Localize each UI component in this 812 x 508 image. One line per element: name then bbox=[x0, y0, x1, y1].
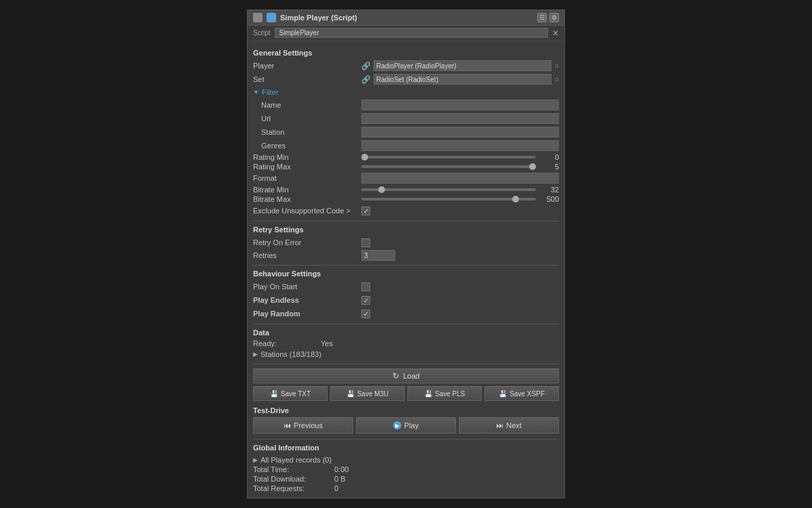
save-buttons-row: 💾 Save TXT 💾 Save M3U 💾 Save PLS 💾 Save … bbox=[253, 386, 559, 401]
filter-header[interactable]: ▼ Filter bbox=[253, 88, 559, 96]
bitrate-min-row: Bitrate Min 32 bbox=[253, 186, 559, 194]
next-icon: ⏭ bbox=[496, 421, 503, 429]
total-time-label: Total Time: bbox=[253, 465, 334, 473]
title-bar-left: Simple Player (Script) bbox=[253, 13, 357, 22]
total-requests-label: Total Requests: bbox=[253, 484, 334, 492]
play-button[interactable]: ▶ Play bbox=[356, 417, 456, 433]
divider-4 bbox=[253, 364, 559, 364]
player-link-icon: 🔗 bbox=[361, 62, 371, 70]
station-input[interactable] bbox=[361, 127, 559, 137]
total-time-value: 0:00 bbox=[334, 465, 348, 473]
content-area: General Settings Player 🔗 RadioPlayer (R… bbox=[248, 41, 564, 498]
bitrate-max-label: Bitrate Max bbox=[253, 195, 361, 203]
ready-label: Ready: bbox=[253, 339, 321, 347]
bitrate-min-label: Bitrate Min bbox=[253, 186, 361, 194]
title-bar: Simple Player (Script) ☰ ⚙ bbox=[248, 10, 564, 26]
load-button[interactable]: ↻ Load bbox=[253, 368, 559, 383]
url-row: Url bbox=[253, 112, 559, 125]
player-input[interactable]: RadioPlayer (RadioPlayer) bbox=[374, 60, 551, 71]
play-endless-label: Play Endless bbox=[253, 296, 361, 304]
rating-min-slider[interactable] bbox=[361, 156, 536, 158]
previous-label: Previous bbox=[294, 421, 323, 429]
retry-on-error-checkbox[interactable] bbox=[361, 238, 370, 247]
next-button[interactable]: ⏭ Next bbox=[459, 417, 559, 433]
set-input[interactable]: RadioSet (RadioSet) bbox=[374, 74, 551, 85]
bitrate-max-slider[interactable] bbox=[361, 198, 536, 200]
menu-button[interactable]: ☰ bbox=[537, 13, 547, 22]
rating-min-slider-container: 0 bbox=[361, 153, 559, 161]
format-row: Format bbox=[253, 172, 559, 184]
all-played-row[interactable]: ▶ All Played records (0) bbox=[253, 454, 559, 465]
previous-icon: ⏮ bbox=[284, 421, 291, 429]
filter-triangle-icon: ▼ bbox=[253, 89, 259, 96]
exclude-label: Exclude Unsupported Code > bbox=[253, 207, 361, 215]
total-download-row: Total Download: 0 B bbox=[253, 475, 559, 483]
save-txt-button[interactable]: 💾 Save TXT bbox=[253, 386, 328, 401]
save-m3u-button[interactable]: 💾 Save M3U bbox=[330, 386, 405, 401]
rating-min-label: Rating Min bbox=[253, 153, 361, 161]
genres-label: Genres bbox=[253, 142, 361, 150]
save-pls-label: Save PLS bbox=[435, 390, 465, 398]
set-link-icon: 🔗 bbox=[361, 75, 371, 84]
save-pls-button[interactable]: 💾 Save PLS bbox=[407, 386, 482, 401]
main-panel: Simple Player (Script) ☰ ⚙ Script Simple… bbox=[247, 9, 565, 499]
script-close-button[interactable]: ✕ bbox=[552, 28, 559, 38]
name-input[interactable] bbox=[361, 100, 559, 110]
genres-input[interactable] bbox=[361, 140, 559, 151]
save-xspf-button[interactable]: 💾 Save XSPF bbox=[484, 386, 559, 401]
retry-on-error-label: Retry On Error bbox=[253, 238, 361, 247]
format-input[interactable] bbox=[361, 173, 559, 184]
set-circle-icon: ○ bbox=[554, 75, 559, 83]
panel-icon bbox=[253, 13, 263, 22]
next-label: Next bbox=[506, 421, 522, 429]
total-download-value: 0 B bbox=[334, 475, 346, 483]
save-m3u-icon: 💾 bbox=[346, 390, 355, 398]
ready-row: Ready: Yes bbox=[253, 339, 559, 347]
check-icon bbox=[267, 13, 276, 22]
play-on-start-label: Play On Start bbox=[253, 282, 361, 291]
format-label: Format bbox=[253, 174, 361, 182]
save-txt-icon: 💾 bbox=[270, 390, 278, 398]
exclude-checkbox[interactable]: ✓ bbox=[361, 207, 370, 215]
rating-max-value: 5 bbox=[539, 163, 559, 171]
retries-input[interactable] bbox=[361, 250, 395, 261]
divider-5 bbox=[253, 439, 559, 440]
behaviour-settings-header: Behaviour Settings bbox=[253, 270, 559, 278]
reload-icon: ↻ bbox=[392, 371, 399, 381]
stations-row[interactable]: ▶ Stations (183/183) bbox=[253, 349, 559, 360]
url-input[interactable] bbox=[361, 113, 559, 124]
previous-button[interactable]: ⏮ Previous bbox=[253, 417, 353, 433]
settings-button[interactable]: ⚙ bbox=[549, 13, 559, 22]
name-row: Name bbox=[253, 99, 559, 111]
bitrate-max-slider-container: 500 bbox=[361, 195, 559, 203]
bitrate-min-slider[interactable] bbox=[361, 188, 536, 191]
ready-value: Yes bbox=[321, 339, 333, 347]
filter-label: Filter bbox=[262, 88, 278, 96]
test-drive-header: Test-Drive bbox=[253, 406, 559, 415]
retries-label: Retries bbox=[253, 251, 361, 259]
retries-row: Retries bbox=[253, 250, 559, 261]
play-label: Play bbox=[404, 421, 418, 429]
name-label: Name bbox=[253, 101, 361, 109]
rating-max-slider[interactable] bbox=[361, 165, 536, 168]
window-title: Simple Player (Script) bbox=[280, 14, 357, 22]
play-random-checkbox[interactable]: ✓ bbox=[361, 310, 370, 318]
play-endless-row: Play Endless ✓ bbox=[253, 294, 559, 306]
player-circle-icon: ○ bbox=[554, 62, 559, 70]
general-settings-header: General Settings bbox=[253, 49, 559, 57]
global-info-header: Global Information bbox=[253, 444, 559, 452]
retry-on-error-row: Retry On Error bbox=[253, 236, 559, 249]
play-on-start-checkbox[interactable] bbox=[361, 282, 370, 291]
station-row: Station bbox=[253, 126, 559, 138]
total-requests-row: Total Requests: 0 bbox=[253, 484, 559, 492]
save-pls-icon: 💾 bbox=[424, 390, 432, 398]
test-drive-buttons: ⏮ Previous ▶ Play ⏭ Next bbox=[253, 417, 559, 433]
load-label: Load bbox=[403, 372, 420, 380]
rating-max-label: Rating Max bbox=[253, 163, 361, 171]
total-requests-value: 0 bbox=[334, 484, 338, 492]
bitrate-max-row: Bitrate Max 500 bbox=[253, 195, 559, 203]
play-endless-checkbox[interactable]: ✓ bbox=[361, 296, 370, 305]
divider-1 bbox=[253, 221, 559, 221]
play-random-label: Play Random bbox=[253, 310, 361, 318]
genres-row: Genres bbox=[253, 140, 559, 152]
